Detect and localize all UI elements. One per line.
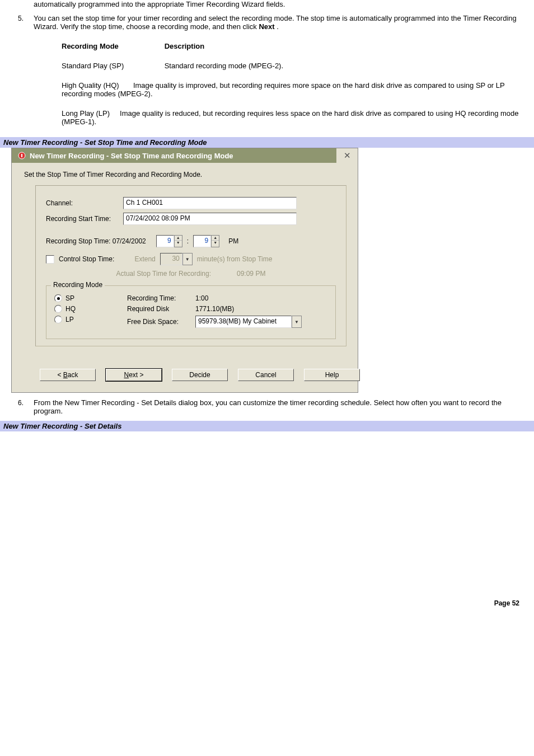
table-row: High Quality (HQ) Image quality is impro… (62, 81, 523, 98)
caption-stop-time: New Timer Recording - Set Stop Time and … (0, 137, 534, 148)
free-disk-label: Free Disk Space: (127, 318, 189, 326)
radio-lp[interactable]: LP (54, 316, 127, 323)
extend-value-combo: 30 ▼ (160, 253, 193, 265)
table-row: Standard Play (SP) Standard recording mo… (62, 62, 523, 70)
dialog-intro: Set the Stop Time of Timer Recording and… (24, 171, 346, 179)
spinner-arrows[interactable]: ▲▼ (211, 235, 219, 247)
recording-time-label: Recording Time: (127, 294, 189, 302)
recording-mode-table: Recording Mode Description Standard Play… (62, 42, 523, 126)
start-time-value: 07/24/2002 08:09 PM (123, 213, 297, 225)
table-header-mode: Recording Mode (62, 42, 162, 50)
radio-sp[interactable]: SP (54, 294, 127, 302)
help-button[interactable]: Help (304, 369, 360, 381)
radio-icon[interactable] (54, 316, 62, 323)
back-button[interactable]: < Back (40, 369, 96, 381)
step-6-number: 6. (18, 399, 24, 407)
stop-time-label: Recording Stop Time: 07/24/2002 (46, 237, 146, 245)
recording-mode-group: Recording Mode SP HQ LP Recording Time: … (46, 285, 336, 339)
required-disk-value: 1771.10(MB) (195, 305, 234, 313)
required-disk-label: Required Disk (127, 305, 189, 313)
step-6-text: From the New Timer Recording - Set Detai… (34, 398, 502, 415)
step-5-text: You can set the stop time for your timer… (34, 14, 517, 31)
decide-button[interactable]: Decide (172, 369, 228, 381)
step-6: 6. From the New Timer Recording - Set De… (34, 398, 523, 415)
next-button[interactable]: Next > (106, 369, 162, 381)
step-5: 5. You can set the stop time for your ti… (34, 14, 523, 126)
chevron-down-icon: ▼ (182, 253, 193, 265)
radio-icon[interactable] (54, 305, 62, 313)
actual-stop-value: 09:09 PM (237, 270, 265, 278)
cancel-button[interactable]: Cancel (238, 369, 294, 381)
step-5-number: 5. (18, 15, 24, 22)
channel-label: Channel: (46, 199, 119, 207)
intro-continued: automatically programmed into the approp… (34, 0, 523, 8)
control-stop-label: Control Stop Time: (59, 255, 114, 263)
recording-time-value: 1:00 (195, 294, 208, 302)
stop-hour-spinner[interactable]: 9 ▲▼ (156, 235, 182, 247)
caption-set-details: New Timer Recording - Set Details (0, 421, 534, 431)
new-timer-recording-dialog: New Timer Recording - Set Stop Time and … (11, 148, 358, 393)
svg-rect-1 (21, 154, 22, 157)
table-row: Long Play (LP) Image quality is reduced,… (62, 109, 523, 126)
window-title: New Timer Recording - Set Stop Time and … (12, 148, 336, 163)
control-stop-checkbox[interactable] (46, 255, 54, 264)
radio-icon[interactable] (54, 294, 62, 302)
table-header-desc: Description (165, 42, 205, 50)
actual-stop-label: Actual Stop Time for Recording: (116, 270, 211, 278)
time-separator: : (187, 237, 189, 245)
app-icon (17, 151, 26, 160)
ampm-label: PM (228, 237, 238, 245)
start-time-label: Recording Start Time: (46, 215, 119, 223)
extend-suffix: minute(s) from Stop Time (197, 255, 273, 263)
titlebar: New Timer Recording - Set Stop Time and … (12, 148, 358, 163)
stop-minute-spinner[interactable]: 9 ▲▼ (193, 235, 219, 247)
dialog-inner: Channel: Ch 1 CH001 Recording Start Time… (35, 185, 346, 346)
extend-label: Extend (134, 255, 155, 263)
page-footer: Page 52 (0, 588, 534, 618)
chevron-down-icon[interactable]: ▼ (292, 316, 302, 328)
spinner-arrows[interactable]: ▲▼ (174, 235, 182, 247)
free-disk-combo[interactable]: 95979.38(MB) My Cabinet ▼ (195, 316, 302, 328)
channel-value: Ch 1 CH001 (123, 197, 297, 209)
close-icon[interactable]: ✕ (336, 148, 358, 163)
group-legend: Recording Mode (51, 281, 105, 289)
radio-hq[interactable]: HQ (54, 305, 127, 313)
